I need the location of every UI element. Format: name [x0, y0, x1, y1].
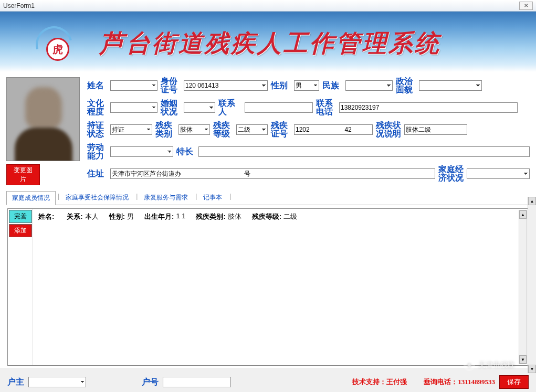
window-title: UserForm1	[3, 2, 35, 9]
label-ddesc: 残疾状 况说明	[376, 121, 401, 138]
label-address: 住址	[87, 169, 107, 178]
member-list: 姓名: 关系:本人 性别:男 出生年月:1 1 残疾类别:肢体 残疾等级:二级	[33, 209, 528, 365]
label-marital: 婚姻 状况	[161, 99, 181, 116]
dcert-input[interactable]	[294, 124, 373, 135]
name-select[interactable]	[110, 80, 157, 91]
hotline: 垂询电话：13114899533	[424, 377, 495, 387]
label-family-econ: 家庭经 济状况	[438, 165, 464, 182]
ddesc-input[interactable]	[404, 124, 467, 135]
label-contact-person: 联系人	[218, 99, 241, 116]
label-dlevel: 残疾 等级	[213, 121, 233, 138]
person-photo	[6, 77, 80, 161]
specialty-input[interactable]	[198, 146, 530, 157]
change-photo-button[interactable]: 变更图片	[6, 164, 40, 185]
family-econ-select[interactable]	[467, 168, 530, 179]
tech-support: 技术支持：王付强	[352, 377, 407, 387]
labor-select[interactable]	[110, 146, 173, 157]
marital-select[interactable]	[184, 102, 215, 113]
label-specialty: 特长	[176, 147, 195, 156]
label-householder: 户主	[7, 378, 24, 386]
address-input[interactable]	[110, 168, 435, 179]
save-button[interactable]: 保存	[499, 375, 529, 389]
window-close-button[interactable]: ✕	[519, 2, 533, 10]
household-no-input[interactable]	[163, 377, 231, 387]
ethnic-select[interactable]	[345, 80, 393, 91]
label-name: 姓名	[87, 81, 107, 90]
label-political: 政治 面貌	[396, 77, 416, 94]
family-members-pane: 完善 添加 姓名: 关系:本人 性别:男 出生年月:1 1 残疾类别:肢体 残疾…	[7, 208, 529, 366]
outer-scrollbar[interactable]: ▲ ▼	[528, 197, 536, 373]
member-row: 姓名: 关系:本人 性别:男 出生年月:1 1 残疾类别:肢体 残疾等级:二级	[38, 212, 523, 221]
label-ethnic: 民族	[322, 81, 342, 90]
id-select[interactable]: 120 061413	[184, 80, 268, 91]
dlevel-select[interactable]: 二级	[236, 124, 268, 135]
inner-scrollbar[interactable]: ▲ ▼	[519, 210, 527, 364]
scroll-down-icon[interactable]: ▼	[519, 355, 527, 364]
window-titlebar: UserForm1 ✕	[0, 0, 536, 12]
tab-social-security[interactable]: 家庭享受社会保障情况	[60, 191, 134, 205]
label-id: 身份 证号	[161, 77, 181, 94]
gender-select[interactable]: 男	[294, 80, 319, 91]
app-title: 芦台街道残疾人工作管理系统	[100, 27, 441, 60]
label-edu: 文化 程度	[87, 99, 107, 116]
form-area: 变更图片 姓名 身份 证号 120 061413 性别 男 民族 政治 面貌 文…	[0, 72, 536, 368]
footer: 户主 户号 技术支持：王付强 垂询电话：13114899533 保存	[7, 375, 529, 389]
label-gender: 性别	[271, 81, 291, 90]
tab-family-members[interactable]: 家庭成员情况	[6, 191, 56, 205]
label-contact-phone: 联系 电话	[316, 99, 336, 116]
householder-select[interactable]	[28, 377, 86, 387]
tab-rehab-services[interactable]: 康复服务与需求	[139, 191, 193, 205]
political-select[interactable]	[419, 80, 482, 91]
tab-notebook[interactable]: 记事本	[198, 191, 227, 205]
cert-status-select[interactable]: 持证	[110, 124, 152, 135]
label-household-no: 户号	[142, 378, 159, 386]
logo-badge: 虎	[46, 38, 69, 61]
complete-button[interactable]: 完善	[9, 210, 32, 223]
dtype-select[interactable]: 肢体	[178, 124, 210, 135]
label-cert-status: 持证 状态	[87, 121, 107, 138]
app-logo: 虎	[42, 33, 73, 64]
edu-select[interactable]	[110, 102, 157, 113]
label-dtype: 残疾 类别	[155, 121, 175, 138]
scroll-down-icon[interactable]: ▼	[528, 365, 536, 373]
banner: 虎 芦台街道残疾人工作管理系统	[0, 12, 536, 72]
scroll-up-icon[interactable]: ▲	[519, 210, 527, 219]
contact-phone-input[interactable]	[339, 102, 518, 113]
label-labor: 劳动 能力	[87, 143, 107, 160]
add-button[interactable]: 添加	[9, 224, 32, 237]
scroll-up-icon[interactable]: ▲	[528, 197, 536, 205]
tab-bar: 家庭成员情况 | 家庭享受社会保障情况 | 康复服务与需求 | 记事本 |	[6, 190, 530, 205]
contact-person-input[interactable]	[245, 102, 313, 113]
label-dcert: 残疾 证号	[271, 121, 291, 138]
